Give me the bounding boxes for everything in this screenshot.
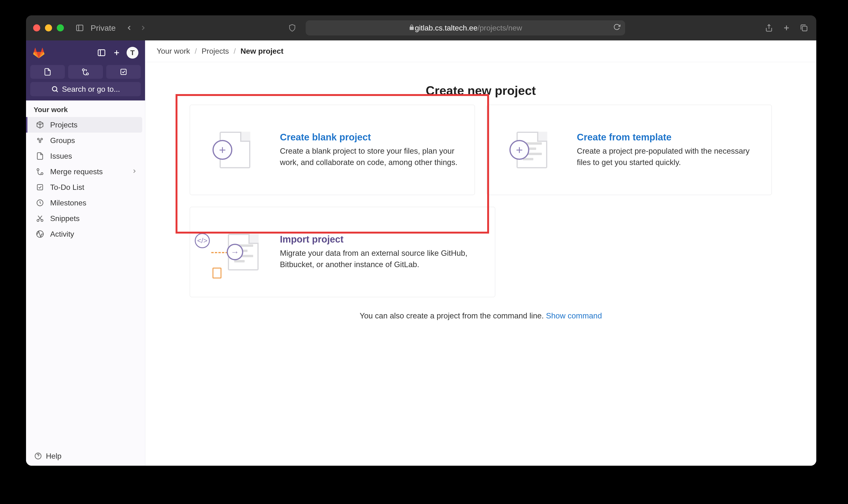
minimize-window-icon[interactable] xyxy=(45,24,52,32)
card-description: Migrate your data from an external sourc… xyxy=(280,248,481,270)
breadcrumb-item[interactable]: Projects xyxy=(202,47,229,56)
breadcrumb-item[interactable]: Your work xyxy=(157,47,190,56)
create-new-icon[interactable] xyxy=(111,48,122,58)
create-blank-project-card[interactable]: + Create blank project Create a blank pr… xyxy=(190,105,475,195)
help-button[interactable]: Help xyxy=(26,446,145,466)
sidebar-toggle-group: Private xyxy=(74,23,116,33)
sidebar-item-todo-list[interactable]: To-Do List xyxy=(26,179,145,195)
sidebar-item-merge-requests[interactable]: Merge requests xyxy=(26,164,145,179)
content: Create new project + Create blank projec… xyxy=(145,62,816,466)
svg-rect-5 xyxy=(802,26,807,31)
import-illustration: </> → xyxy=(204,228,266,276)
command-line-hint: You can also create a project from the c… xyxy=(169,311,793,320)
sidebar-item-projects[interactable]: Projects xyxy=(26,117,142,132)
project-icon xyxy=(35,120,45,129)
svg-rect-0 xyxy=(77,25,83,31)
card-title: Create from template xyxy=(577,132,757,143)
new-tab-icon[interactable] xyxy=(781,23,792,33)
sidebar-item-groups[interactable]: Groups xyxy=(26,132,145,148)
card-description: Create a blank project to store your fil… xyxy=(280,145,461,168)
url-host: gitlab.cs.taltech.ee xyxy=(415,24,478,32)
nav-arrows xyxy=(124,23,148,33)
cmdline-prefix: You can also create a project from the c… xyxy=(360,311,546,320)
gitlab-logo-icon[interactable] xyxy=(33,47,45,59)
sidebar-item-label: Snippets xyxy=(50,214,80,223)
collapse-sidebar-icon[interactable] xyxy=(96,48,107,58)
share-icon[interactable] xyxy=(764,23,774,33)
code-icon: </> xyxy=(195,233,210,248)
chevron-right-icon xyxy=(131,167,137,176)
sidebar-item-label: Issues xyxy=(50,152,72,161)
sidebar-header: T xyxy=(26,40,145,65)
template-illustration: + xyxy=(501,126,563,174)
sidebar-item-snippets[interactable]: Snippets xyxy=(26,211,145,226)
svg-point-13 xyxy=(52,87,57,91)
svg-line-26 xyxy=(38,216,42,220)
reload-icon[interactable] xyxy=(613,23,620,32)
svg-point-21 xyxy=(41,173,43,175)
card-description: Create a project pre-populated with the … xyxy=(577,145,757,168)
sidebar-toggle-icon[interactable] xyxy=(74,23,85,33)
issues-icon xyxy=(35,151,45,161)
svg-line-27 xyxy=(38,216,41,220)
help-icon xyxy=(34,451,42,461)
url-path: /projects/new xyxy=(478,24,522,32)
browser-window: Private gitlab.cs.taltech.ee/projects/ne… xyxy=(26,15,816,466)
breadcrumb-item-current: New project xyxy=(240,47,283,56)
browser-toolbar: Private gitlab.cs.taltech.ee/projects/ne… xyxy=(26,15,816,40)
snippets-icon xyxy=(35,214,45,223)
close-window-icon[interactable] xyxy=(33,24,40,32)
search-placeholder: Search or go to... xyxy=(62,85,120,94)
card-title: Import project xyxy=(280,234,481,245)
cards-grid: + Create blank project Create a blank pr… xyxy=(190,105,772,297)
clock-icon xyxy=(35,198,45,207)
card-title: Create blank project xyxy=(280,132,461,143)
sidebar-item-issues[interactable]: Issues xyxy=(26,148,145,164)
blank-project-illustration: + xyxy=(204,126,266,174)
svg-line-14 xyxy=(56,91,58,92)
sidebar-item-label: Projects xyxy=(50,121,77,129)
svg-point-11 xyxy=(87,73,89,75)
plus-icon: + xyxy=(509,140,529,160)
sidebar-item-label: To-Do List xyxy=(50,183,84,192)
url-bar[interactable]: gitlab.cs.taltech.ee/projects/new xyxy=(306,20,625,35)
browser-right-icons xyxy=(764,23,809,33)
sidebar-item-activity[interactable]: Activity xyxy=(26,226,145,242)
merge-requests-shortcut-button[interactable] xyxy=(68,65,103,79)
sidebar-pills: Search or go to... xyxy=(26,65,145,101)
maximize-window-icon[interactable] xyxy=(57,24,64,32)
todos-shortcut-button[interactable] xyxy=(106,65,141,79)
arrow-right-icon: → xyxy=(227,244,243,260)
privacy-shield-icon[interactable] xyxy=(287,23,297,33)
create-from-template-card[interactable]: + Create from template Create a project … xyxy=(487,105,772,195)
user-avatar[interactable]: T xyxy=(126,47,138,59)
svg-line-19 xyxy=(40,140,41,141)
issues-shortcut-button[interactable] xyxy=(30,65,65,79)
help-label: Help xyxy=(46,452,62,461)
show-command-link[interactable]: Show command xyxy=(546,311,602,320)
activity-icon xyxy=(35,230,45,238)
back-button[interactable] xyxy=(124,23,134,33)
small-doc-icon xyxy=(212,268,222,278)
svg-rect-22 xyxy=(37,185,43,190)
window-controls xyxy=(33,24,64,32)
forward-button[interactable] xyxy=(138,23,148,33)
svg-line-18 xyxy=(39,140,40,141)
sidebar-item-milestones[interactable]: Milestones xyxy=(26,195,145,211)
import-project-card[interactable]: </> → Import project xyxy=(190,207,495,297)
plus-icon: + xyxy=(212,140,232,160)
search-button[interactable]: Search or go to... xyxy=(30,82,141,96)
tabs-overview-icon[interactable] xyxy=(799,23,809,33)
todo-icon xyxy=(35,183,45,192)
sidebar-section-label: Your work xyxy=(26,101,145,117)
breadcrumb: Your work / Projects / New project xyxy=(145,40,816,62)
page-title: Create new project xyxy=(169,84,793,97)
lock-icon xyxy=(409,24,415,32)
svg-point-20 xyxy=(37,168,39,171)
sidebar-item-label: Activity xyxy=(50,230,74,238)
merge-icon xyxy=(35,167,45,176)
sidebar-item-label: Milestones xyxy=(50,199,86,207)
sidebar-item-label: Groups xyxy=(50,136,75,145)
breadcrumb-separator: / xyxy=(234,47,236,56)
private-label: Private xyxy=(91,23,116,33)
